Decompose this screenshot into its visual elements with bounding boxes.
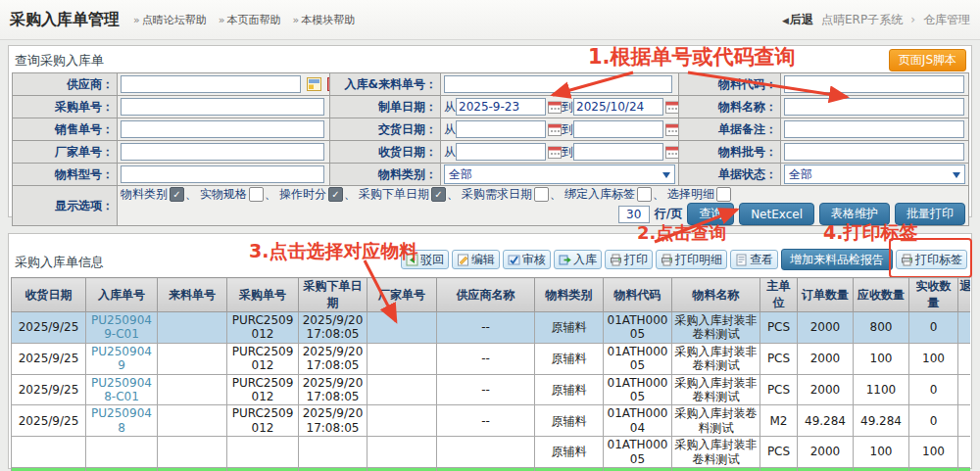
material-batch-input[interactable] xyxy=(784,143,964,161)
table-cell: PU2509048 xyxy=(86,405,158,437)
add-inspection-report-button[interactable]: 增加来料品检报告 xyxy=(781,249,893,270)
table-cell xyxy=(158,437,227,468)
display-option-checkbox[interactable]: ✓ xyxy=(431,187,446,202)
make-date-from-input[interactable] xyxy=(456,98,546,116)
查看-button[interactable]: 查看 xyxy=(730,250,778,269)
total-cell: 合计 xyxy=(760,467,798,471)
table-row[interactable]: 2025/9/25PU2509048-C01PURC25090122025/9/… xyxy=(12,374,971,405)
打印明细-button[interactable]: 打印明细 xyxy=(656,250,727,269)
table-cell xyxy=(86,437,158,468)
table-cell: -- xyxy=(437,405,535,437)
inbound-doc-link[interactable]: PU2509048 xyxy=(91,406,152,434)
table-cell: 2000 xyxy=(798,374,854,405)
table-cell: 2000 xyxy=(798,312,854,344)
receive-date-from-input[interactable] xyxy=(456,143,546,161)
inbound-doc-link[interactable]: PU2509049-C01 xyxy=(91,313,152,341)
sales-no-input[interactable] xyxy=(121,120,324,138)
inbound-doc-link[interactable]: PU2509049 xyxy=(91,345,152,372)
search-button[interactable]: 查询 xyxy=(687,203,734,225)
netexcel-button[interactable]: NetExcel xyxy=(739,203,814,225)
display-option-checkbox[interactable] xyxy=(716,187,731,202)
table-cell: 01ATH00005 xyxy=(604,437,672,468)
total-cell xyxy=(158,467,227,471)
reject-icon xyxy=(406,254,418,266)
material-code-input[interactable] xyxy=(784,75,964,93)
option-separator: 、 xyxy=(447,187,459,201)
calendar-icon[interactable] xyxy=(548,123,562,136)
edit-icon xyxy=(457,254,469,266)
total-cell xyxy=(535,467,604,471)
page-help-link[interactable]: »本页面帮助 xyxy=(219,13,281,27)
back-arrow-icon: ◀ xyxy=(782,16,789,25)
page: 采购入库单管理 »点晴论坛帮助 »本页面帮助 »本模块帮助 ◀后退 点晴ERP子… xyxy=(0,0,980,471)
page-js-script-button[interactable]: 页面JS脚本 xyxy=(889,49,966,71)
inbound-no-input[interactable] xyxy=(444,75,672,93)
table-cell xyxy=(227,437,299,468)
forum-help-link[interactable]: »点晴论坛帮助 xyxy=(133,13,207,27)
display-option-checkbox[interactable]: ✓ xyxy=(328,187,343,202)
vendor-no-input[interactable] xyxy=(121,143,324,161)
total-cell xyxy=(12,467,86,471)
table-row[interactable]: 2025/9/25PU2509049-C01PURC25090122025/9/… xyxy=(12,312,971,344)
table-cell xyxy=(158,405,227,437)
审核-button[interactable]: 审核 xyxy=(503,250,551,269)
purchase-no-input[interactable] xyxy=(121,98,324,116)
table-row[interactable]: 原辅料01ATH00005采购入库封装非卷料测试PCS2000100100 xyxy=(12,437,971,468)
material-name-input[interactable] xyxy=(784,98,964,116)
make-date-to-input[interactable] xyxy=(573,98,663,116)
table-cell: M2 xyxy=(760,405,798,437)
total-cell xyxy=(672,467,760,471)
calendar-icon[interactable] xyxy=(665,146,679,159)
table-cell: 100 xyxy=(854,343,909,374)
打印-button[interactable]: 打印 xyxy=(605,250,653,269)
total-cell xyxy=(86,467,158,471)
display-option-checkbox[interactable]: ✓ xyxy=(170,187,184,202)
doc-remark-input[interactable] xyxy=(784,120,964,138)
table-cell xyxy=(958,312,971,344)
supplier-picker-icon[interactable] xyxy=(307,77,321,91)
breadcrumb-warehouse[interactable]: 仓库管理 xyxy=(923,12,970,28)
驳回-button[interactable]: 驳回 xyxy=(401,250,449,269)
module-help-link[interactable]: »本模块帮助 xyxy=(292,13,355,27)
calendar-icon[interactable] xyxy=(665,123,679,136)
inbound-doc-link[interactable]: PU2509048-C01 xyxy=(91,376,152,403)
table-cell xyxy=(958,343,971,374)
编辑-button[interactable]: 编辑 xyxy=(452,250,500,269)
column-header: 采购单号 xyxy=(227,278,299,312)
from-label: 从 xyxy=(444,122,456,136)
table-row[interactable]: 2025/9/25PU2509049PURC25090122025/9/20 1… xyxy=(12,343,971,374)
display-option-checkbox[interactable] xyxy=(249,187,264,202)
table-cell: PCS xyxy=(760,437,798,468)
supplier-input[interactable] xyxy=(121,75,301,93)
batch-print-button[interactable]: 批量打印 xyxy=(895,203,965,225)
material-category-select[interactable]: 全部 xyxy=(444,165,675,184)
calendar-icon[interactable] xyxy=(548,146,562,159)
入库-button[interactable]: 入库 xyxy=(554,250,602,269)
to-label: 到 xyxy=(562,122,573,136)
table-maintain-button[interactable]: 表格维护 xyxy=(819,203,890,225)
calendar-icon[interactable] xyxy=(665,101,679,114)
receive-date-to-input[interactable] xyxy=(573,143,663,161)
table-cell: -- xyxy=(437,374,535,405)
column-header: 采购下单日期 xyxy=(299,278,368,312)
query-form: 供应商： 入库&来料单号： 物料代码： 采购单号： 制单日期： 从到 物料名称： xyxy=(12,72,969,226)
table-cell xyxy=(368,374,437,405)
display-option-checkbox[interactable] xyxy=(534,187,549,202)
display-option-checkbox[interactable] xyxy=(637,187,652,202)
delivery-date-to-input[interactable] xyxy=(573,120,663,138)
calendar-icon[interactable] xyxy=(548,101,562,114)
doc-status-select[interactable]: 全部 xyxy=(784,165,965,184)
delivery-date-from-input[interactable] xyxy=(456,120,546,138)
table-cell: 1100 xyxy=(854,374,909,405)
back-button[interactable]: ◀后退 xyxy=(782,12,813,28)
column-header: 订单数量 xyxy=(798,278,854,312)
display-options-label: 显示选项： xyxy=(13,186,118,226)
material-category-label: 物料类别： xyxy=(330,164,441,186)
action-buttons: 查询NetExcel表格维护批量打印 xyxy=(687,203,965,225)
print-label-button[interactable]: 打印标签 xyxy=(896,250,967,269)
breadcrumb-system[interactable]: 点晴ERP子系统 xyxy=(821,12,903,28)
option-separator: 、 xyxy=(653,187,664,201)
material-model-input[interactable] xyxy=(121,165,324,183)
page-size-input[interactable] xyxy=(618,206,650,223)
table-row[interactable]: 2025/9/25PU2509048PURC25090122025/9/20 1… xyxy=(12,405,971,437)
